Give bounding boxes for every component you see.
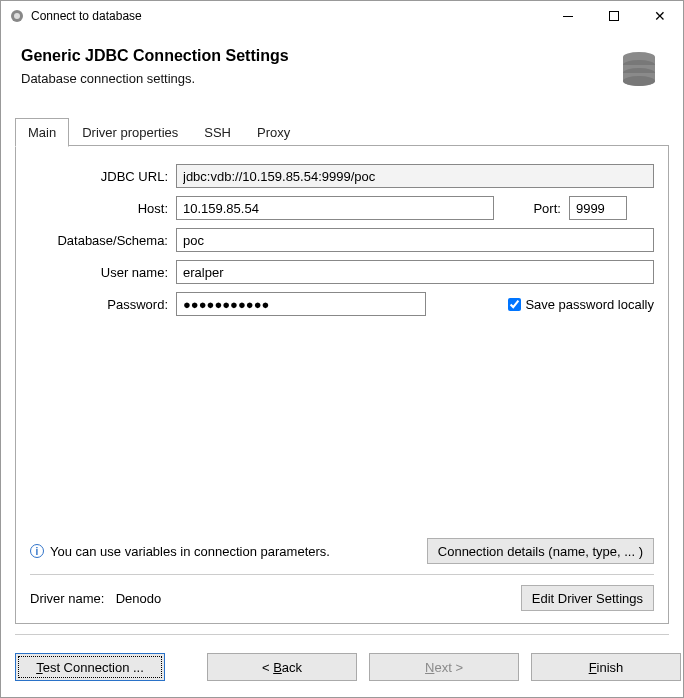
save-password-checkbox[interactable] bbox=[508, 298, 521, 311]
tabstrip: Main Driver properties SSH Proxy bbox=[15, 117, 669, 146]
test-connection-button[interactable]: Test Connection ... bbox=[15, 653, 165, 681]
maximize-button[interactable] bbox=[591, 1, 637, 31]
header-subtitle: Database connection settings. bbox=[21, 71, 615, 86]
connection-details-button[interactable]: Connection details (name, type, ... ) bbox=[427, 538, 654, 564]
tab-main[interactable]: Main bbox=[15, 118, 69, 147]
username-label: User name: bbox=[30, 265, 170, 280]
database-icon bbox=[615, 47, 663, 95]
password-field[interactable] bbox=[176, 292, 426, 316]
edit-driver-settings-button[interactable]: Edit Driver Settings bbox=[521, 585, 654, 611]
svg-point-1 bbox=[14, 13, 20, 19]
schema-label: Database/Schema: bbox=[30, 233, 170, 248]
driver-row: Driver name: Denodo Edit Driver Settings bbox=[30, 585, 654, 611]
finish-button[interactable]: Finish bbox=[531, 653, 681, 681]
jdbc-url-field[interactable] bbox=[176, 164, 654, 188]
dialog-header: Generic JDBC Connection Settings Databas… bbox=[1, 31, 683, 109]
back-button[interactable]: < Back bbox=[207, 653, 357, 681]
next-button: Next > bbox=[369, 653, 519, 681]
wizard-button-bar: Test Connection ... < Back Next > Finish… bbox=[1, 635, 683, 697]
header-title: Generic JDBC Connection Settings bbox=[21, 47, 615, 65]
tab-driver-properties[interactable]: Driver properties bbox=[69, 118, 191, 147]
driver-name-label: Driver name: bbox=[30, 591, 104, 606]
svg-point-5 bbox=[623, 76, 655, 86]
save-password-label: Save password locally bbox=[525, 297, 654, 312]
main-tab-panel: JDBC URL: Host: Port: Database/Schema: U… bbox=[15, 146, 669, 624]
username-field[interactable] bbox=[176, 260, 654, 284]
app-icon bbox=[9, 8, 25, 24]
tab-proxy[interactable]: Proxy bbox=[244, 118, 303, 147]
driver-name-value: Denodo bbox=[116, 591, 521, 606]
password-label: Password: bbox=[30, 297, 170, 312]
minimize-button[interactable] bbox=[545, 1, 591, 31]
titlebar: Connect to database ✕ bbox=[1, 1, 683, 31]
jdbc-url-label: JDBC URL: bbox=[30, 169, 170, 184]
port-label: Port: bbox=[500, 201, 563, 216]
info-icon: i bbox=[30, 544, 44, 558]
window-title: Connect to database bbox=[31, 9, 545, 23]
port-field[interactable] bbox=[569, 196, 627, 220]
info-text: You can use variables in connection para… bbox=[50, 544, 330, 559]
info-row: i You can use variables in connection pa… bbox=[30, 538, 654, 564]
close-icon: ✕ bbox=[654, 9, 666, 23]
close-button[interactable]: ✕ bbox=[637, 1, 683, 31]
tab-ssh[interactable]: SSH bbox=[191, 118, 244, 147]
schema-field[interactable] bbox=[176, 228, 654, 252]
host-label: Host: bbox=[30, 201, 170, 216]
host-field[interactable] bbox=[176, 196, 494, 220]
